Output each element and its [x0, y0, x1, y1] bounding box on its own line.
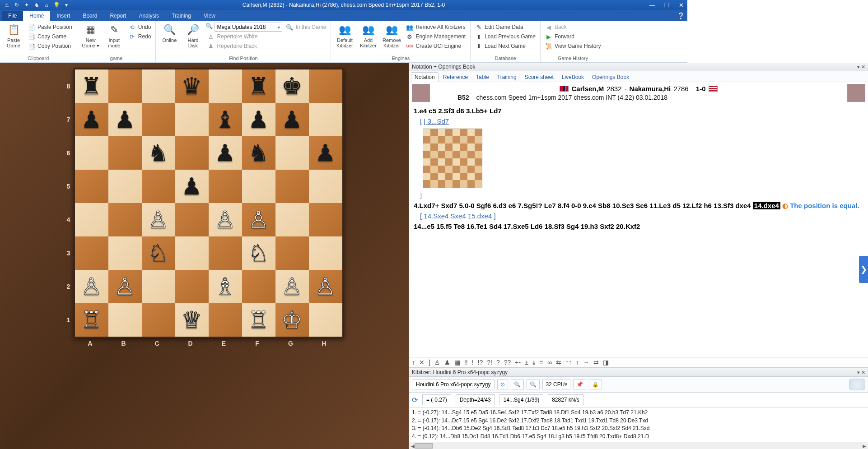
tab-board[interactable]: Board	[76, 11, 103, 21]
square[interactable]: ♟	[108, 103, 142, 136]
piece[interactable]: ♟	[181, 175, 202, 198]
remove-all-kibitzers-button[interactable]: 👥Remove All Kibitzers	[404, 23, 467, 32]
piece[interactable]: ♙	[114, 275, 135, 298]
close-button[interactable]: ✕	[677, 2, 686, 9]
notation-text[interactable]: 1.e4 c5 2.Sf3 d6 3.Lb5+ Ld7 [ [ 3...Sd7 …	[409, 104, 687, 356]
undo-button[interactable]: ⟲Undo	[127, 23, 153, 32]
qat-icon[interactable]: ↻	[14, 2, 20, 8]
subtab-notation[interactable]: Notation	[411, 72, 439, 82]
square[interactable]	[242, 270, 275, 303]
square[interactable]: ♟	[242, 103, 275, 136]
square[interactable]	[309, 103, 342, 136]
paste-game-button[interactable]: 📋 Paste Game	[3, 22, 24, 55]
piece[interactable]: ♙	[215, 208, 236, 231]
redo-button[interactable]: ⟳Redo	[127, 32, 153, 41]
square[interactable]: ♜	[242, 69, 275, 103]
view-game-history-button[interactable]: 📜View Game History	[543, 42, 602, 51]
square[interactable]: ♙	[242, 203, 275, 236]
piece[interactable]: ♞	[248, 141, 269, 165]
square[interactable]	[209, 69, 242, 103]
square[interactable]	[75, 236, 108, 270]
subtab-reference[interactable]: Reference	[439, 72, 471, 82]
square[interactable]	[209, 303, 242, 337]
qat-icon[interactable]: ⌂	[43, 2, 50, 8]
square[interactable]: ♞	[142, 136, 175, 170]
piece[interactable]: ♜	[248, 74, 269, 98]
square[interactable]: ♛	[175, 69, 209, 103]
square[interactable]	[275, 170, 309, 203]
square[interactable]	[275, 203, 309, 236]
square[interactable]	[108, 170, 142, 203]
square[interactable]	[309, 69, 342, 103]
square[interactable]: ♙	[275, 270, 309, 303]
hard-disk-button[interactable]: 🔎Hard Disk	[182, 22, 204, 55]
tab-analysis[interactable]: Analysis	[132, 11, 165, 21]
piece[interactable]: ♖	[81, 308, 102, 332]
square[interactable]: ♖	[75, 303, 108, 337]
square[interactable]	[108, 136, 142, 170]
piece[interactable]: ♟	[248, 108, 269, 131]
copy-position-button[interactable]: 📑Copy Position	[26, 42, 74, 51]
piece[interactable]: ♟	[81, 108, 102, 131]
square[interactable]	[75, 203, 108, 236]
square[interactable]: ♞	[242, 136, 275, 170]
square[interactable]	[275, 136, 309, 170]
piece[interactable]: ♟	[315, 141, 336, 165]
engine-management-button[interactable]: ⚙Engine Management	[404, 32, 467, 41]
square[interactable]	[75, 136, 108, 170]
piece[interactable]: ♙	[81, 275, 102, 298]
square[interactable]: ♗	[209, 270, 242, 303]
square[interactable]	[108, 303, 142, 337]
piece[interactable]: ♗	[215, 275, 236, 298]
remove-kibitzer-button[interactable]: 👥Remove Kibitzer	[381, 22, 402, 55]
piece[interactable]: ♙	[248, 208, 269, 231]
forward-button[interactable]: ▶Forward	[543, 32, 602, 41]
edit-game-data-button[interactable]: ✎Edit Game Data	[473, 23, 537, 32]
square[interactable]: ♜	[75, 69, 108, 103]
repertoire-white-button[interactable]: ♙Repertoire White	[205, 32, 328, 41]
qat-icon[interactable]: ♞	[33, 2, 40, 8]
square[interactable]	[309, 170, 342, 203]
qat-icon[interactable]: 💡	[53, 2, 60, 8]
chess-board[interactable]: ♜♛♜♚♟♟♝♟♟♞♟♞♟♟♙♙♙♘♘♙♙♗♙♙♖♕♖♔	[74, 68, 344, 338]
square[interactable]	[175, 203, 209, 236]
piece[interactable]: ♟	[114, 108, 135, 131]
repertoire-black-button[interactable]: ♟Repertoire Black	[205, 42, 328, 51]
square[interactable]: ♟	[309, 136, 342, 170]
in-this-game-button[interactable]: 🔍In this Game	[284, 23, 328, 32]
tab-training[interactable]: Training	[165, 11, 197, 21]
square[interactable]: ♘	[142, 236, 175, 270]
square[interactable]	[142, 170, 175, 203]
subtab-livebook[interactable]: LiveBook	[558, 72, 588, 82]
subtab-training[interactable]: Training	[494, 72, 520, 82]
square[interactable]	[209, 170, 242, 203]
square[interactable]	[142, 270, 175, 303]
qat-icon[interactable]: ⎌	[4, 2, 10, 8]
qat-icon[interactable]: ✦	[23, 2, 30, 8]
piece[interactable]: ♔	[281, 308, 303, 332]
load-previous-game-button[interactable]: ⬆Load Previous Game	[473, 32, 537, 41]
square[interactable]	[175, 236, 209, 270]
square[interactable]: ♔	[275, 303, 309, 337]
square[interactable]: ♟	[75, 103, 108, 136]
square[interactable]	[309, 203, 342, 236]
square[interactable]: ♖	[242, 303, 275, 337]
piece[interactable]: ♕	[181, 308, 202, 332]
new-game-button[interactable]: ▦New Game ▾	[80, 22, 102, 55]
square[interactable]: ♙	[75, 270, 108, 303]
square[interactable]: ♙	[142, 203, 175, 236]
back-button[interactable]: ◀Back	[543, 23, 602, 32]
square[interactable]	[108, 203, 142, 236]
piece[interactable]: ♞	[148, 141, 169, 165]
piece[interactable]: ♙	[281, 275, 303, 298]
piece[interactable]: ♟	[281, 108, 303, 131]
file-menu[interactable]: File	[2, 11, 23, 21]
square[interactable]	[142, 69, 175, 103]
piece[interactable]: ♖	[248, 308, 269, 332]
square[interactable]	[275, 236, 309, 270]
tab-view[interactable]: View	[197, 11, 222, 21]
square[interactable]: ♙	[309, 270, 342, 303]
piece[interactable]: ♝	[215, 108, 236, 131]
create-uci-engine-button[interactable]: UCICreate UCI Engine	[404, 42, 467, 51]
square[interactable]	[175, 103, 209, 136]
